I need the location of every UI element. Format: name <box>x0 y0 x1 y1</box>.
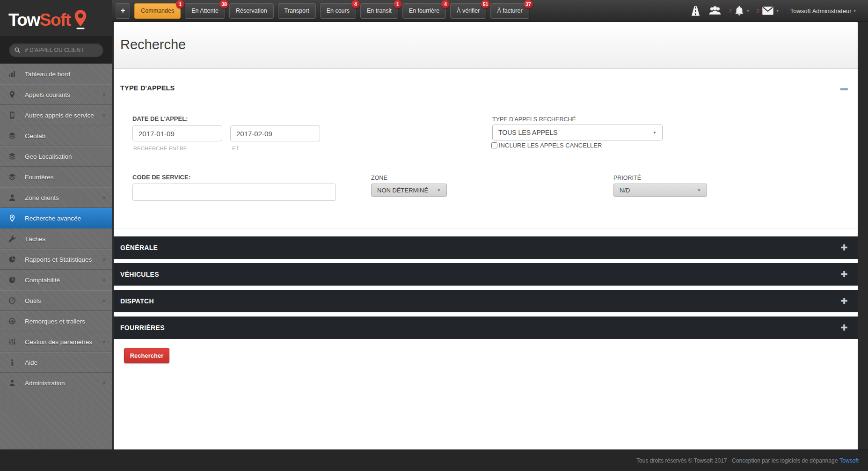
user-menu[interactable]: Towsoft Administrateur <box>790 7 852 15</box>
sidebar-item[interactable]: Zone clients ▾ <box>0 187 112 208</box>
sidebar-item[interactable]: Appels courants ▾ <box>0 84 112 105</box>
sidebar-item-label: Comptabilité <box>25 277 60 284</box>
chevron-down-icon: ▾ <box>102 339 105 345</box>
logo-text-tow: Tow <box>8 10 40 29</box>
add-tab-button[interactable]: + <box>116 3 130 19</box>
tab-label: À facturer <box>497 7 522 14</box>
footer-towsoft-link[interactable]: Towsoft <box>839 457 859 464</box>
accordion-label: GÉNÉRALE <box>120 244 158 251</box>
sidebar-item-label: Geotab <box>25 132 45 140</box>
topnav-tab[interactable]: En fourrière 4 <box>402 3 446 19</box>
accordion-section[interactable]: GÉNÉRALE ✚ <box>114 236 858 259</box>
sidebar-item[interactable]: Remorques et trailers ▾ <box>0 311 112 331</box>
topnav-tab[interactable]: Réservation <box>229 3 274 19</box>
expand-plus-icon[interactable]: ✚ <box>841 324 848 332</box>
envelope-icon[interactable] <box>762 6 774 15</box>
priorite-value: N/D <box>620 187 630 194</box>
mobile-icon <box>8 111 25 119</box>
logo[interactable]: TowSoft <box>0 0 112 37</box>
search-icon <box>14 47 21 53</box>
tab-badge: 4 <box>351 0 360 8</box>
app-window: TowSoft Tableau de bord ▾ <box>0 0 868 471</box>
sidebar-item[interactable]: Aide ▾ <box>0 352 112 373</box>
tab-badge: 38 <box>219 0 229 8</box>
collapse-minus-icon[interactable]: ▬ <box>840 84 848 92</box>
tab-label: Réservation <box>236 7 267 14</box>
bar-chart-icon <box>8 70 25 78</box>
sidebar-item-label: Tâches <box>25 236 45 243</box>
sidebar-item-label: Remorques et trailers <box>25 318 85 325</box>
map-marker-icon <box>8 91 25 98</box>
sidebar-item[interactable]: Recherche avancée ▾ <box>0 208 112 228</box>
sidebar-item-label: Recherche avancée <box>25 215 81 222</box>
sidebar-item[interactable]: Administration ▾ <box>0 373 112 393</box>
rechercher-button[interactable]: Rechercher <box>124 348 169 363</box>
zone-select[interactable]: NON DÉTERMINÉ ▼ <box>371 184 447 197</box>
sidebar-item[interactable]: Geotab ▾ <box>0 125 112 146</box>
messages-dropdown-caret[interactable]: ▾ <box>776 8 779 13</box>
pie-chart-icon <box>8 276 25 284</box>
accordion-label: DISPATCH <box>120 297 154 305</box>
sidebar-item-label: Administration <box>25 380 65 387</box>
topnav-tab[interactable]: Commandes 1 <box>134 3 181 19</box>
layers-icon <box>8 132 25 140</box>
footer-text: Tous droits réservés © Towsoft 2017 - Co… <box>636 457 838 464</box>
topnav-tab[interactable]: En transit 1 <box>360 3 398 19</box>
main-panel: Recherche TYPE D'APPELS ▬ DATE DE L'APPE… <box>114 22 858 449</box>
select-caret-icon: ▼ <box>697 188 701 192</box>
topnav-tab[interactable]: Transport <box>278 3 316 19</box>
sidebar-item[interactable]: Geo Localisation ▾ <box>0 146 112 167</box>
tab-label: Transport <box>284 7 309 14</box>
code-service-input[interactable] <box>132 184 336 201</box>
topbar-right: 7 ▾ 2 ▾ Towsoft Administrateur ▾ <box>690 5 856 17</box>
chevron-down-icon: ▾ <box>102 92 105 98</box>
sidebar-item-label: Rapports et Statistiques <box>25 256 92 263</box>
sidebar-item[interactable]: Outils ▾ <box>0 290 112 311</box>
sidebar-item[interactable]: Autres appels de service ▾ <box>0 105 112 125</box>
sidebar-item-label: Geo Localisation <box>25 153 72 160</box>
users-group-icon[interactable] <box>708 5 722 16</box>
notifications-dropdown-caret[interactable]: ▾ <box>747 8 749 13</box>
priorite-select[interactable]: N/D ▼ <box>613 184 707 197</box>
date-from-input[interactable] <box>132 125 222 141</box>
sidebar-item[interactable]: Tableau de bord ▾ <box>0 64 112 84</box>
tab-badge: 1 <box>394 0 402 8</box>
expand-plus-icon[interactable]: ✚ <box>841 297 848 305</box>
sidebar-item[interactable]: Tâches ▾ <box>0 228 112 249</box>
type-recherche-select[interactable]: TOUS LES APPELS ▼ <box>492 125 663 140</box>
topnav-tab[interactable]: En Attente 38 <box>185 3 225 19</box>
tab-badge: 1 <box>176 0 184 8</box>
topnav-tab[interactable]: À facturer 37 <box>490 3 529 19</box>
expand-plus-icon[interactable]: ✚ <box>841 243 848 252</box>
select-caret-icon: ▼ <box>653 131 656 135</box>
sidebar-item[interactable]: Rapports et Statistiques ▾ <box>0 249 112 270</box>
accordion-section[interactable]: DISPATCH ✚ <box>114 290 858 312</box>
search-input[interactable] <box>24 46 98 54</box>
include-cancel-label: INCLURE LES APPELS CANCELLER <box>499 142 602 149</box>
accordion-label: VÉHICULES <box>120 271 159 278</box>
footer: Tous droits réservés © Towsoft 2017 - Co… <box>0 449 868 471</box>
tab-badge: 51 <box>481 0 490 8</box>
road-icon[interactable] <box>690 5 701 17</box>
section-type-appels: TYPE D'APPELS ▬ DATE DE L'APPEL: RECHERC… <box>114 77 858 228</box>
user-dropdown-caret[interactable]: ▾ <box>853 8 856 13</box>
sidebar-item[interactable]: Comptabilité ▾ <box>0 270 112 290</box>
sidebar-item[interactable]: Gestion des paramètres ▾ <box>0 331 112 352</box>
sliders-icon <box>8 338 25 346</box>
date-to-input[interactable] <box>230 125 320 141</box>
include-cancel-checkbox[interactable] <box>491 142 497 148</box>
expand-plus-icon[interactable]: ✚ <box>841 270 848 279</box>
bell-icon[interactable] <box>734 6 744 16</box>
map-pin-icon <box>73 9 88 30</box>
topnav-tab[interactable]: À vérifier 51 <box>450 3 486 19</box>
tab-label: En Attente <box>191 7 219 14</box>
type-recherche-label: TYPE D'APPELS RECHERCHÉ <box>492 116 576 123</box>
accordion-section[interactable]: VÉHICULES ✚ <box>114 263 858 286</box>
accordion-label: FOURRIÈRES <box>120 324 165 331</box>
topnav-tab[interactable]: En cours 4 <box>320 3 356 19</box>
accordion-section[interactable]: FOURRIÈRES ✚ <box>114 316 858 339</box>
search-pill[interactable] <box>9 43 103 57</box>
sidebar-item[interactable]: Fourrières ▾ <box>0 167 112 187</box>
section-type-appels-header[interactable]: TYPE D'APPELS ▬ <box>114 77 858 97</box>
tab-label: À vérifier <box>457 7 480 14</box>
